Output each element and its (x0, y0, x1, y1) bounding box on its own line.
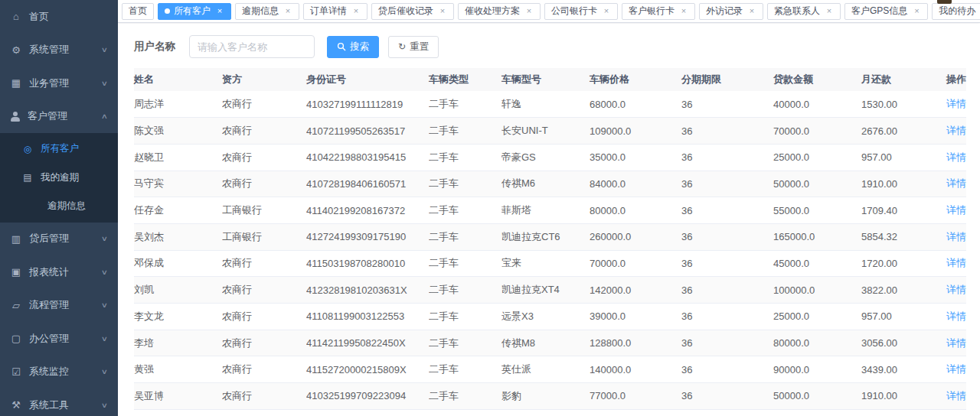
cell-installment-term: 36 (681, 171, 773, 197)
cell-vehicle-price: 109000.0 (590, 118, 681, 145)
cell-funder: 农商行 (222, 304, 306, 330)
reset-button[interactable]: ↻重置 (388, 36, 439, 58)
search-icon (337, 42, 346, 51)
detail-link[interactable]: 详情 (946, 363, 966, 375)
close-icon[interactable]: × (351, 7, 361, 15)
cell-vehicle-price: 70000.0 (590, 250, 681, 277)
tab-all-customers[interactable]: 所有客户 × (158, 3, 231, 20)
close-icon[interactable]: × (438, 7, 447, 15)
tab-home[interactable]: 首页 (122, 3, 154, 20)
cell-id-number: 410325199709223094 (306, 383, 429, 410)
tab-customer-bank-card[interactable]: 客户银行卡 × (622, 3, 695, 20)
cell-name: 刘凯 (134, 277, 222, 304)
tags-view-bar: 首页 所有客户 × 逾期信息 × 订单详情 × 贷后催收记录 × 催收处理方案 … (118, 0, 980, 23)
detail-link[interactable]: 详情 (946, 257, 966, 268)
tab-overdue-info[interactable]: 逾期信息 × (235, 3, 299, 20)
tab-visit-records[interactable]: 外访记录 × (699, 3, 763, 20)
table-row: 马守宾 农商行 410728198406160571 二手车 传祺M6 8400… (134, 171, 966, 197)
cell-loan-amount: 25000.0 (773, 304, 861, 330)
sidebar-item-office[interactable]: ▢ 办公管理 ∨ (0, 322, 118, 356)
cell-name: 马守宾 (134, 171, 222, 197)
cell-name: 任存金 (134, 197, 222, 224)
cell-id-number: 411081199003122553 (306, 304, 429, 330)
detail-link[interactable]: 详情 (946, 151, 966, 163)
detail-link[interactable]: 详情 (946, 231, 966, 242)
home-icon: ⌂ (10, 11, 22, 22)
cell-installment-term (681, 409, 773, 416)
close-icon[interactable]: × (912, 7, 921, 15)
cell-loan-amount: 45000.0 (773, 250, 861, 277)
cell-id-number: 411402199208167372 (306, 197, 429, 224)
cell-installment-term: 36 (681, 304, 773, 330)
sidebar-subitem-overdue-info[interactable]: 逾期信息 (0, 192, 118, 221)
cell-vehicle-model: 凯迪拉克CT6 (501, 223, 590, 250)
close-icon[interactable]: × (215, 7, 224, 15)
chevron-icon: ∨ (101, 80, 108, 87)
users-icon: ◎ (21, 144, 34, 154)
sidebar-item-monitor[interactable]: ☑ 系统监控 ∨ (0, 356, 118, 389)
cell-installment-term: 36 (681, 330, 773, 356)
table-row: 邓保成 农商行 411503198708280010 二手车 宝来 70000.… (134, 250, 966, 277)
cell-installment-term: 36 (681, 118, 773, 145)
cell-installment-term: 36 (681, 356, 773, 383)
cell-vehicle-type: 二手车 (429, 197, 501, 224)
sidebar-item-tools[interactable]: ⚒ 系统工具 ∨ (0, 388, 118, 416)
chevron-icon: ∧ (101, 112, 108, 120)
sidebar-item-process[interactable]: ▱ 流程管理 ∨ (0, 289, 118, 323)
avatar[interactable] (937, 0, 952, 4)
sidebar-item-home[interactable]: ⌂ 首页 (0, 0, 118, 34)
cell-loan-amount: 90000.0 (773, 356, 861, 383)
cell-monthly-payment: 3822.00 (861, 277, 928, 304)
cell-id-number: 41232819810203631X (306, 277, 429, 304)
sidebar-item-reports[interactable]: ▣ 报表统计 ∨ (0, 255, 118, 289)
tab-emergency-contacts[interactable]: 紧急联系人 × (767, 3, 841, 20)
tab-my-todo[interactable]: 我的待办 × (932, 3, 980, 20)
cell-vehicle-price: 260000.0 (590, 223, 681, 250)
sidebar-item-customer[interactable]: 客户管理 ∧ (0, 100, 118, 134)
detail-link[interactable]: 详情 (946, 98, 966, 109)
cell-installment-term: 36 (681, 383, 773, 410)
active-dot (165, 8, 170, 14)
sidebar-item-post-loan[interactable]: ▥ 贷后管理 ∨ (0, 223, 118, 256)
cell-monthly-payment: 3056.00 (861, 330, 928, 356)
detail-link[interactable]: 详情 (946, 337, 966, 349)
chevron-icon: ∨ (101, 335, 108, 343)
sidebar-item-business[interactable]: ▦ 业务管理 ∨ (0, 67, 118, 100)
tab-collection-plan[interactable]: 催收处理方案 × (458, 3, 541, 20)
detail-link[interactable]: 详情 (946, 284, 966, 295)
column-header: 身份证号 (306, 68, 429, 91)
close-icon[interactable]: × (602, 7, 611, 15)
detail-link[interactable]: 详情 (946, 204, 966, 216)
search-input[interactable] (189, 35, 315, 58)
close-icon[interactable]: × (283, 7, 292, 15)
tab-customer-gps[interactable]: 客户GPS信息 × (844, 3, 928, 20)
cell-monthly-payment: 1720.00 (861, 250, 928, 277)
close-icon[interactable]: × (825, 7, 834, 15)
cell-name: 王明辉 (134, 409, 222, 416)
detail-link[interactable]: 详情 (946, 390, 966, 401)
close-icon[interactable]: × (747, 7, 756, 15)
cell-installment-term: 36 (681, 91, 773, 118)
cell-vehicle-model: 帝豪GS (501, 144, 590, 171)
tab-order-detail[interactable]: 订单详情 × (303, 3, 368, 20)
close-icon[interactable]: × (524, 7, 534, 15)
cell-installment-term: 36 (681, 277, 773, 304)
sidebar-subitem-all-customers[interactable]: ◎ 所有客户 (0, 135, 118, 164)
cell-loan-amount (773, 409, 861, 416)
sidebar-subitem-my-overdue[interactable]: ▤ 我的逾期 (0, 164, 118, 193)
table-row: 李文龙 农商行 411081199003122553 二手车 远景X3 3900… (134, 304, 966, 330)
cell-funder: 农商行 (222, 91, 306, 118)
cell-vehicle-price: 77000.0 (590, 383, 681, 410)
sidebar-item-system[interactable]: ⚙ 系统管理 ∨ (0, 34, 118, 67)
main-content: 用户名称 搜索 ↻重置 姓名资方身份证号车辆类型车辆型号车辆价格分期期限贷款金额… (118, 24, 980, 416)
detail-link[interactable]: 详情 (946, 177, 966, 189)
cell-vehicle-type: 二手车 (429, 118, 501, 145)
tab-collection-records[interactable]: 贷后催收记录 × (371, 3, 454, 20)
tab-company-bank-card[interactable]: 公司银行卡 × (544, 3, 618, 20)
detail-link[interactable]: 详情 (946, 125, 966, 136)
table-row: 刘凯 农商行 41232819810203631X 二手车 凯迪拉克XT4 14… (134, 277, 966, 304)
close-icon[interactable]: × (679, 7, 688, 15)
search-button[interactable]: 搜索 (327, 36, 379, 58)
detail-link[interactable]: 详情 (946, 310, 966, 322)
cell-vehicle-model: 菲斯塔 (501, 197, 590, 224)
